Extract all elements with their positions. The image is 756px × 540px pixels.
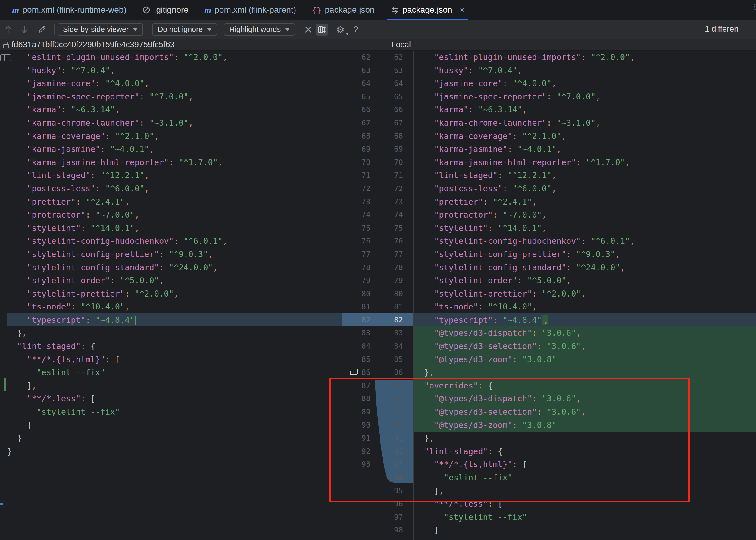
code-line[interactable]: "stylelint-order": "^5.0.0", [7,274,342,287]
code-line[interactable]: "lint-staged": { [414,445,756,458]
difference-count-status: 1 differen [705,24,756,34]
diff-icon [390,5,399,15]
code-line[interactable]: "stylelint-config-prettier": "^9.0.3", [7,248,342,261]
code-line[interactable]: "postcss-less": "^6.0.0", [414,182,756,195]
more-tabs-icon[interactable]: ⋮ [751,4,756,9]
code-line[interactable]: "karma-coverage": "^2.1.0", [414,130,756,143]
code-line[interactable]: "karma-coverage": "^2.1.0", [7,130,342,143]
code-line[interactable]: "prettier": "^2.4.1", [414,195,756,208]
code-line[interactable]: "jasmine-core": "^4.0.0", [414,77,756,90]
code-line[interactable]: "typescript": "~4.8.4", [414,313,756,327]
code-line[interactable]: "eslint-plugin-unused-imports": "^2.0.0"… [414,51,756,64]
code-line[interactable]: "overrides": { [414,379,756,392]
sync-scroll-toggle[interactable] [316,24,328,36]
settings-gear-icon[interactable]: ⚙ [333,24,348,36]
code-line[interactable]: }, [7,326,342,339]
code-line[interactable]: } [7,445,342,458]
close-tab-icon[interactable]: × [460,5,465,15]
code-line[interactable]: "**/*.less": [ [7,392,342,405]
chevron-down-icon [207,28,212,31]
code-line[interactable]: "lint-staged": "^12.2.1", [414,169,756,182]
help-icon[interactable]: ? [348,24,363,36]
code-line[interactable]: "@types/d3-dispatch": "3.0.6", [414,326,756,339]
code-line[interactable]: "**/*.{ts,html}": [ [7,353,342,366]
code-line[interactable]: "stylelint-config-hudochenkov": "^6.0.1"… [7,234,342,248]
left-revision-title: fd631a71bff0cc40f2290b159fe4c39759fc5f63 [11,40,175,50]
code-line[interactable]: "stylelint-config-standard": "^24.0.0", [414,261,756,274]
code-line[interactable]: "stylelint": "^14.0.1", [7,221,342,235]
code-line[interactable]: ], [414,484,756,497]
code-line[interactable]: "stylelint-prettier": "^2.0.0", [414,287,756,301]
code-line[interactable]: "stylelint-config-hudochenkov": "^6.0.1"… [414,234,756,248]
code-line[interactable]: "@types/d3-selection": "3.0.6", [414,405,756,419]
viewer-mode-select[interactable]: Side-by-side viewer [57,23,143,36]
tab-pom-flink-runtime-web[interactable]: m pom.xml (flink-runtime-web) [4,0,134,20]
code-line[interactable]: "@types/d3-dispatch": "3.0.6", [414,392,756,405]
code-line[interactable]: "lint-staged": { [7,339,342,353]
code-line[interactable]: "protractor": "~7.0.0", [414,208,756,221]
code-line[interactable]: ], [7,379,342,392]
code-line[interactable]: "@types/d3-zoom": "3.0.8" [414,353,756,366]
code-line[interactable]: "eslint --fix" [414,471,756,484]
code-line[interactable]: "karma-jasmine": "~4.0.1", [414,143,756,156]
code-line[interactable]: "**/*.less": [ [414,497,756,510]
right-editor-pane[interactable]: "eslint-plugin-unused-imports": "^2.0.0"… [414,51,756,537]
tab-package-json[interactable]: {} package.json [304,0,382,20]
tab-gitignore[interactable]: .gitignore [134,0,196,20]
code-line[interactable]: }, [414,366,756,379]
code-line[interactable]: "stylelint --fix" [7,405,342,419]
code-line[interactable]: "karma": "~6.3.14", [7,103,342,116]
code-line[interactable]: } [7,432,342,445]
code-line[interactable]: "jasmine-spec-reporter": "^7.0.0", [7,90,342,103]
code-line[interactable]: "postcss-less": "^6.0.0", [7,182,342,195]
code-line[interactable]: "eslint --fix" [7,366,342,379]
code-line[interactable]: "@types/d3-zoom": "3.0.8" [414,419,756,432]
apply-change-icon[interactable] [349,367,359,377]
tab-pom-flink-parent[interactable]: m pom.xml (flink-parent) [196,0,304,20]
code-line[interactable]: "jasmine-spec-reporter": "^7.0.0", [414,90,756,103]
code-line[interactable]: ] [414,523,756,537]
code-line[interactable]: "stylelint-order": "^5.0.0", [414,274,756,287]
scope-indicator-widget[interactable] [0,54,11,62]
code-line[interactable]: "stylelint-config-prettier": "^9.0.3", [414,248,756,261]
code-line[interactable]: "stylelint --fix" [414,510,756,524]
next-difference-button[interactable] [16,24,33,36]
tab-package-json-diff-active[interactable]: package.json × [382,0,472,20]
edit-pencil-icon[interactable] [33,24,51,36]
code-line[interactable]: "ts-node": "^10.4.0", [414,300,756,313]
code-line[interactable]: "stylelint-prettier": "^2.0.0", [7,287,342,301]
code-line[interactable]: "lint-staged": "^12.2.1", [7,169,342,182]
code-line[interactable]: "karma-chrome-launcher": "~3.1.0", [414,116,756,130]
code-line[interactable]: "@types/d3-selection": "3.0.6", [414,339,756,353]
code-line[interactable]: "karma": "~6.3.14", [414,103,756,116]
code-line[interactable]: "karma-jasmine": "~4.0.1", [7,143,342,156]
code-line[interactable]: "husky": "^7.0.4", [7,64,342,77]
code-line[interactable]: "ts-node": "^10.4.0", [7,300,342,313]
code-line[interactable]: "karma-chrome-launcher": "~3.1.0", [7,116,342,130]
gutter-line-numbers: 8383 [343,326,413,339]
code-line[interactable]: "stylelint-config-standard": "^24.0.0", [7,261,342,274]
code-line[interactable]: "karma-jasmine-html-reporter": "^1.7.0", [7,156,342,169]
code-line[interactable]: "jasmine-core": "^4.0.0", [7,77,342,90]
code-line[interactable]: "karma-jasmine-html-reporter": "^1.7.0", [414,156,756,169]
code-line[interactable]: "**/*.{ts,html}": [ [414,458,756,471]
left-editor-pane[interactable]: "eslint-plugin-unused-imports": "^2.0.0"… [6,51,342,458]
highlight-mode-select[interactable]: Highlight words [224,23,295,36]
code-line[interactable]: "stylelint": "^14.0.1", [414,221,756,235]
gutter-line-numbers: 9292 [343,445,413,458]
gutter-line-numbers: 7979 [343,274,413,287]
code-line[interactable]: "husky": "^7.0.4", [414,64,756,77]
code-line[interactable]: ] [7,419,342,432]
code-line[interactable]: "protractor": "~7.0.0", [7,208,342,221]
pane-divider[interactable] [413,51,414,540]
gutter-line-numbers: 7777 [343,248,413,261]
gutter-line-numbers: 98 [343,523,413,537]
code-line[interactable]: "prettier": "^2.4.1", [7,195,342,208]
code-line[interactable]: "typescript": "~4.8.4" [7,313,342,327]
code-line[interactable]: }, [414,432,756,445]
whitespace-policy-select[interactable]: Do not ignore [152,23,217,36]
gutter-line-numbers: 95 [343,484,413,497]
previous-difference-button[interactable] [0,24,16,36]
code-line[interactable]: "eslint-plugin-unused-imports": "^2.0.0"… [7,51,342,64]
collapse-unchanged-icon[interactable] [301,24,316,36]
